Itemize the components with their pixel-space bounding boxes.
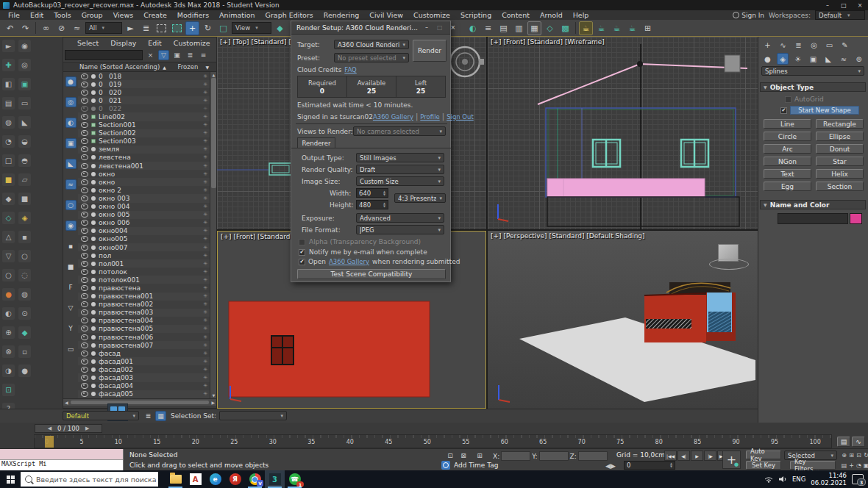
filter-icon[interactable]: ▽ [158,50,169,60]
undo-icon[interactable]: ↶ [3,21,17,35]
left-dock-button[interactable]: ◆ [2,193,15,205]
explorer-menu-display[interactable]: Display [105,39,141,47]
left-dock-button[interactable]: ▤ [2,97,15,110]
height-spinner[interactable]: 480▲▼ [356,200,388,209]
rectangle-button[interactable]: Rectangle [816,119,864,129]
left-dock-button[interactable]: ■ [2,173,15,186]
object-name[interactable]: правюстена002 [99,301,153,308]
viewport-nav-icon[interactable]: ⊕ [841,451,847,459]
set-key-button[interactable]: Set Key [746,461,781,470]
object-name[interactable]: правюстена007 [99,342,153,349]
reference-coordinate-dropdown[interactable]: View [232,22,271,34]
use-pivot-point-icon[interactable]: ◆ [273,21,287,35]
explorer-menu-customize[interactable]: Customize [168,39,216,47]
left-dock-button[interactable]: ⊗ [2,345,15,358]
explorer-row[interactable]: правюстена✳ [78,284,216,292]
maximize-button[interactable]: □ [836,0,852,10]
explorer-row[interactable]: 0022✳ [78,104,216,112]
frozen-icon[interactable]: ✳ [203,269,207,275]
taskbar-search[interactable]: Введите здесь текст для поиска [21,472,158,487]
visibility-eye-icon[interactable] [81,375,88,381]
line-button[interactable]: Line [764,119,811,129]
material-editor-icon[interactable]: ▩ [558,21,572,35]
display-toggle-icon[interactable]: ▽ [65,303,77,313]
display-toggle-icon[interactable]: ≈ [65,179,77,190]
create-tab-icon[interactable]: + [761,39,774,51]
target-dropdown[interactable]: A360 Cloud Rendering Mode [334,40,409,49]
taskbar-app-edge-browser[interactable]: e [205,470,225,488]
workspace-dropdown[interactable]: Default [815,10,865,20]
explorer-row[interactable]: 0019✳ [78,80,216,88]
left-dock-button[interactable]: ○ [18,250,31,262]
menu-help[interactable]: Help [568,11,594,19]
visibility-eye-icon[interactable] [81,245,88,251]
open-mini-curve-editor-icon[interactable]: ▤ [837,437,850,447]
object-name[interactable]: 022 [109,105,121,112]
object-name[interactable]: фасад003 [99,374,133,381]
frozen-icon[interactable]: ✳ [203,106,207,112]
visibility-eye-icon[interactable] [81,195,88,201]
track-bar[interactable]: 0510152025303540455055606570758085909510… [34,434,832,448]
faq-link[interactable]: FAQ [344,66,356,73]
menu-content[interactable]: Content [497,11,535,19]
select-and-move-icon[interactable]: + [185,21,199,35]
display-toggle-icon[interactable]: Y [65,323,77,334]
clock[interactable]: 11:46 06.02.2021 [811,472,847,487]
isolate-selection-icon[interactable]: ≣ [143,411,154,421]
object-name[interactable]: 018 [109,73,121,80]
time-slider[interactable]: ◀ 0 / 100 ▶ [35,424,102,433]
ngon-button[interactable]: NGon [764,157,811,166]
left-dock-button[interactable]: ■ [18,193,31,205]
current-frame-marker[interactable] [45,436,54,448]
object-name[interactable]: левстена [99,154,131,161]
toggle-ribbon-icon[interactable]: ▥ [512,21,526,35]
left-dock-button[interactable]: ▪ [18,231,31,243]
frozen-icon[interactable]: ✳ [203,122,207,128]
visibility-eye-icon[interactable] [81,98,88,104]
explorer-horizontal-scrollbar[interactable]: ◀▶ [63,398,216,406]
object-name[interactable]: окно [99,171,115,178]
visibility-eye-icon[interactable] [81,204,88,209]
object-name[interactable]: окно 006 [99,219,129,226]
explorer-row[interactable]: пол001✳ [78,259,216,268]
select-and-scale-icon[interactable]: □ [216,21,230,35]
left-dock-button[interactable]: ◣ [18,116,31,129]
visibility-eye-icon[interactable] [81,228,88,234]
frozen-icon[interactable]: ✳ [203,367,207,373]
section-button[interactable]: Section [816,182,864,191]
left-dock-button[interactable]: ◒ [18,135,31,148]
display-toggle-icon[interactable]: ◉ [65,220,77,231]
frozen-icon[interactable]: ✳ [203,326,207,331]
explorer-row[interactable]: потолок✳ [78,268,216,276]
visibility-eye-icon[interactable] [81,130,88,136]
frozen-icon[interactable]: ✳ [203,154,207,160]
visibility-eye-icon[interactable] [81,293,88,299]
transport-button[interactable]: |▶ [704,451,716,461]
notification-center-icon[interactable]: 3 [852,474,864,484]
viewport-perspective-label[interactable]: [+] [Perspective] [Standard] [Default Sh… [491,232,645,240]
helpers-category-icon[interactable]: ◣ [822,53,835,65]
select-object-icon[interactable]: ► [124,21,138,35]
menu-customize[interactable]: Customize [408,11,455,19]
object-name[interactable]: правюстена003 [99,309,153,316]
explorer-menu-select[interactable]: Select [72,39,104,47]
open-gallery-checkbox[interactable] [299,259,305,265]
volume-icon[interactable] [778,476,787,483]
left-dock-button[interactable]: ⊡ [2,384,15,396]
renderer-tab[interactable]: Renderer [297,137,335,148]
select-and-rotate-icon[interactable]: ↻ [201,21,215,35]
display-tab-icon[interactable]: ▭ [823,39,836,51]
visibility-eye-icon[interactable] [81,146,88,152]
explorer-row[interactable]: потолок001✳ [78,276,216,284]
object-name[interactable]: правюстена006 [99,334,153,341]
frozen-icon[interactable]: ✳ [203,204,207,209]
viewport-front-wireframe[interactable]: [+] [Front] [Standard] [Wireframe] [488,37,758,229]
taskbar-app-chrome-profile[interactable]: V [245,470,265,488]
visibility-eye-icon[interactable] [81,383,88,389]
output-type-dropdown[interactable]: Still Images [356,153,444,162]
explorer-row[interactable]: окно007✳ [78,243,216,251]
menu-group[interactable]: Group [77,11,108,19]
object-name[interactable]: левстена001 [99,162,143,170]
explorer-row[interactable]: правюстена004✳ [78,317,216,325]
bind-to-space-warp-icon[interactable]: ≈ [70,21,84,35]
